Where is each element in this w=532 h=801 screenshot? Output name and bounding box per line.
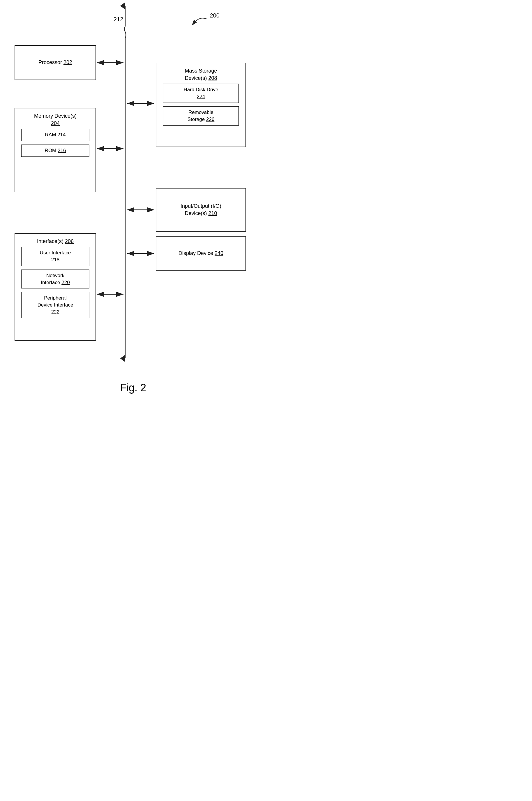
memory-device-label: Memory Device(s)204 [34,112,77,127]
peripheral-device-interface-box: PeripheralDevice Interface222 [21,292,90,318]
user-interface-box: User Interface218 [21,247,90,266]
memory-device-box: Memory Device(s)204 RAM 214 ROM 216 [15,108,96,192]
ref-212-label: 212 [114,16,123,23]
hard-disk-drive-box: Hard Disk Drive224 [163,83,239,103]
io-device-label: Input/Output (I/O)Device(s) 210 [180,203,221,217]
display-device-label: Display Device 240 [178,250,223,257]
processor-box: Processor 202 [15,45,96,80]
ref-200-label: 200 [210,12,220,19]
io-device-box: Input/Output (I/O)Device(s) 210 [156,188,246,232]
processor-label: Processor 202 [38,59,72,66]
rom-box: ROM 216 [21,145,90,157]
removable-storage-box: RemovableStorage 226 [163,106,239,126]
interfaces-box: Interface(s) 206 User Interface218 Netwo… [15,233,96,341]
ram-box: RAM 214 [21,129,90,141]
figure-label: Fig. 2 [0,382,266,403]
mass-storage-label: Mass StorageDevice(s) 208 [185,67,217,82]
network-interface-box: NetworkInterface 220 [21,269,90,289]
display-device-box: Display Device 240 [156,236,246,271]
interfaces-label: Interface(s) 206 [37,238,74,245]
mass-storage-box: Mass StorageDevice(s) 208 Hard Disk Driv… [156,63,246,147]
